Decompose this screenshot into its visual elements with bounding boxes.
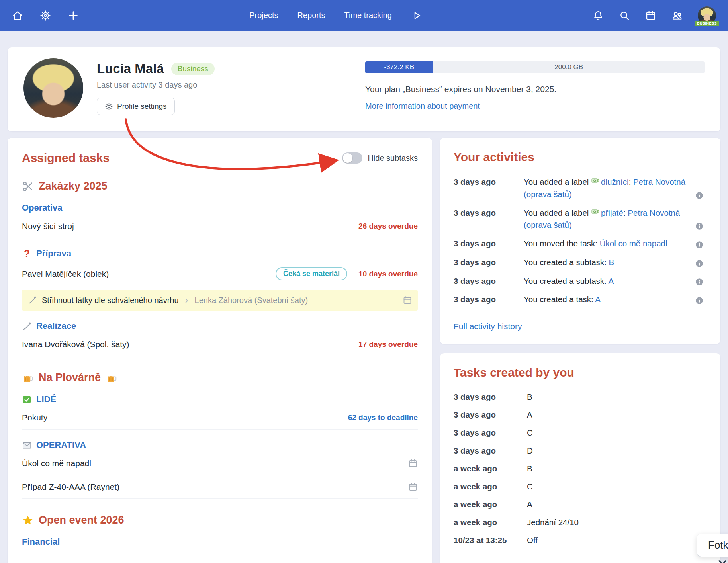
search-icon[interactable] [619,10,630,21]
created-timestamp: 3 days ago [454,428,527,438]
fotky-tooltip[interactable]: Fotky [697,534,728,557]
due-label: 62 days to deadline [348,413,418,422]
activity-link[interactable]: A [608,276,614,285]
created-task-rows: 3 days agoB3 days agoA3 days agoC3 days … [454,392,707,545]
created-task-name[interactable]: Off [527,536,538,545]
calendar-icon [408,459,418,468]
activity-content: You created a subtask: A [524,275,707,287]
section-header[interactable]: Operativa [22,203,418,213]
created-timestamp: 3 days ago [454,446,527,455]
task-title: Ivana Dvořáková (Spol. šaty) [22,340,358,349]
created-task-name[interactable]: A [527,500,532,509]
created-task-row: a week agoA [454,500,707,509]
task-row[interactable]: Případ Z-40-AAA (Raynet) [22,475,418,499]
info-icon[interactable] [695,296,704,305]
created-task-name[interactable]: Jednání 24/10 [527,518,579,527]
user-avatar[interactable]: BUSINESS [698,6,716,25]
needle-icon [22,321,32,331]
storage-used-segment: -372.2 KB [365,61,433,73]
nav-item-reports[interactable]: Reports [297,11,325,20]
project-name: Zakázky 2025 [39,180,108,192]
hide-subtasks-label: Hide subtasks [368,154,418,163]
created-timestamp: a week ago [454,464,527,473]
activity-text: You moved the task: [524,239,600,248]
navbar-right-group: BUSINESS [593,6,716,25]
calendar-icon[interactable] [645,10,656,21]
project-name: Open event 2026 [39,514,124,526]
calendar-icon [403,295,412,305]
profile-info: Lucia Malá Business Last user activity 3… [97,58,215,115]
due-label: 10 days overdue [358,270,418,278]
due-label: 17 days overdue [358,340,418,349]
section-header[interactable]: Financial [22,537,418,547]
activities-card: Your activities 3 days agoYou added a la… [440,138,720,344]
section-header[interactable]: LIDÉ [22,394,418,405]
profile-avatar[interactable] [23,58,83,118]
task-row[interactable]: Nový šicí stroj26 days overdue [22,215,418,238]
project-name: Na Plovárně [39,371,101,384]
project-header[interactable]: Na Plovárně [22,371,418,384]
task-row[interactable]: Pokuty62 days to deadline [22,406,418,430]
needle-icon [27,295,37,305]
users-icon[interactable] [671,10,683,21]
task-title: Případ Z-40-AAA (Raynet) [22,482,408,492]
task-title: Nový šicí stroj [22,221,358,231]
created-task-name[interactable]: C [527,428,533,438]
task-row[interactable]: Pavel Matějíček (oblek)Čeká se materiál1… [22,260,418,287]
project-header[interactable]: Open event 2026 [22,514,418,526]
activity-timestamp: 3 days ago [454,207,524,232]
activity-link[interactable]: Úkol co mě napadl [600,239,667,248]
hide-subtasks-toggle[interactable] [342,152,362,164]
task-title: Úkol co mě napadl [22,459,408,468]
start-timer-icon[interactable] [411,10,422,21]
hide-subtasks-control: Hide subtasks [342,152,418,164]
activity-timestamp: 3 days ago [454,238,524,250]
last-activity-text: Last user activity 3 days ago [97,80,215,90]
activity-link[interactable]: přijaté [591,208,623,217]
activity-link[interactable]: B [609,258,614,267]
created-task-name[interactable]: A [527,410,532,420]
section-name: LIDÉ [36,394,56,405]
created-task-name[interactable]: C [527,482,533,491]
subtask-parent-task: Lenka Záhorová (Svatební šaty) [195,296,308,305]
payment-info-link[interactable]: More information about payment [365,102,480,111]
add-icon[interactable] [68,10,79,21]
activity-link[interactable]: dlužníci [591,177,629,186]
nav-item-time-tracking[interactable]: Time tracking [344,11,391,20]
notifications-bell-icon[interactable] [593,10,604,21]
project-header[interactable]: Zakázky 2025 [22,180,418,192]
settings-wheel-icon[interactable] [40,10,51,21]
task-row[interactable]: Ivana Dvořáková (Spol. šaty)17 days over… [22,333,418,356]
full-activity-history-link[interactable]: Full activity history [454,322,522,331]
subtask-row[interactable]: Střihnout látky dle schváleného návrhu›L… [22,290,418,311]
assigned-tasks-title: Assigned tasks [22,151,110,165]
section-header[interactable]: OPERATIVA [22,440,418,450]
info-icon[interactable] [695,240,704,249]
plan-expiry-text: Your plan „Business“ expires on November… [365,84,705,94]
home-icon[interactable] [12,10,23,21]
nav-item-projects[interactable]: Projects [249,11,278,20]
plan-storage-panel: -372.2 KB 200.0 GB Your plan „Business“ … [365,58,705,111]
activity-row: 3 days agoYou moved the task: Úkol co mě… [454,238,707,250]
storage-total-label: 200.0 GB [433,61,705,73]
profile-settings-button[interactable]: Profile settings [97,98,175,115]
chevron-down-icon[interactable] [717,557,728,563]
info-icon[interactable] [695,222,704,231]
section-header[interactable]: ?Příprava [22,248,418,259]
section-header[interactable]: Realizace [22,321,418,331]
created-timestamp: 3 days ago [454,392,527,402]
created-task-name[interactable]: B [527,392,532,402]
activity-row: 3 days agoYou created a subtask: B [454,256,707,269]
task-row[interactable]: Úkol co mě napadl [22,452,418,475]
info-icon[interactable] [695,259,704,268]
info-icon[interactable] [695,191,704,200]
created-task-row: a week agoC [454,482,707,491]
activity-link[interactable]: A [595,295,601,304]
activity-content: You added a label přijaté: Petra Novotná… [524,207,707,232]
activity-timestamp: 3 days ago [454,256,524,269]
fotky-label: Fotky [708,539,728,551]
navbar-left-group [12,10,79,21]
created-task-name[interactable]: D [527,446,533,455]
info-icon[interactable] [695,278,704,286]
created-task-name[interactable]: B [527,464,532,473]
